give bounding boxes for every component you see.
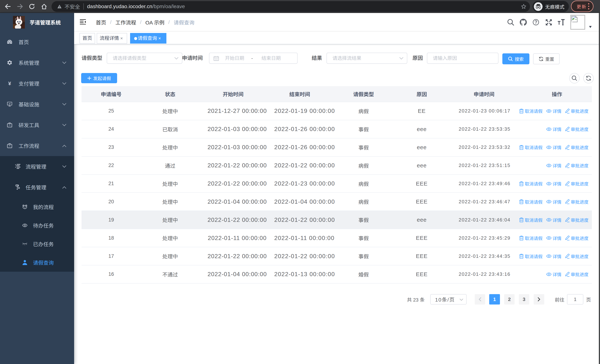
svg-text:¥: ¥ <box>8 81 11 86</box>
